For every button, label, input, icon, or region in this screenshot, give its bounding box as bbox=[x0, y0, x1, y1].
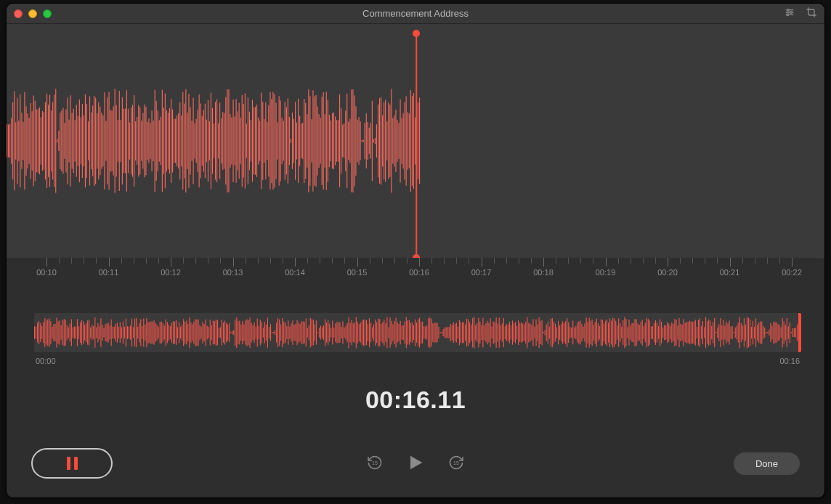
play-button[interactable] bbox=[405, 452, 426, 475]
svg-rect-235 bbox=[345, 111, 346, 171]
svg-rect-450 bbox=[276, 322, 277, 342]
svg-rect-680 bbox=[615, 321, 616, 344]
playhead-handle-top[interactable] bbox=[413, 30, 420, 37]
svg-rect-792 bbox=[781, 328, 782, 338]
pause-record-button[interactable] bbox=[31, 448, 113, 479]
svg-rect-195 bbox=[286, 107, 287, 174]
ruler-label: 00:22 bbox=[782, 268, 802, 277]
svg-rect-632 bbox=[545, 330, 546, 336]
ruler-label: 00:20 bbox=[657, 268, 678, 277]
waveform-overview[interactable] bbox=[34, 313, 801, 352]
svg-rect-684 bbox=[621, 327, 622, 338]
svg-rect-252 bbox=[370, 123, 371, 158]
svg-rect-693 bbox=[635, 319, 636, 346]
svg-rect-715 bbox=[667, 322, 668, 344]
svg-rect-122 bbox=[178, 113, 179, 168]
done-button[interactable]: Done bbox=[734, 452, 800, 475]
svg-rect-461 bbox=[292, 320, 293, 345]
skip-back-button[interactable]: 15 bbox=[366, 454, 384, 473]
svg-rect-736 bbox=[698, 320, 699, 346]
svg-rect-689 bbox=[628, 320, 629, 345]
svg-rect-34 bbox=[48, 105, 49, 177]
svg-rect-304 bbox=[61, 325, 62, 340]
svg-rect-339 bbox=[113, 327, 113, 338]
svg-rect-164 bbox=[240, 118, 241, 164]
timeline-ruler[interactable]: 00:1000:1100:1200:1300:1400:1500:1600:17… bbox=[7, 258, 824, 284]
svg-rect-363 bbox=[147, 322, 148, 344]
svg-rect-376 bbox=[167, 322, 168, 344]
svg-rect-182 bbox=[267, 122, 267, 160]
svg-rect-241 bbox=[354, 95, 354, 186]
svg-rect-768 bbox=[745, 325, 746, 341]
svg-rect-547 bbox=[419, 318, 420, 348]
svg-rect-180 bbox=[264, 119, 264, 163]
svg-rect-114 bbox=[166, 110, 167, 171]
svg-rect-151 bbox=[221, 118, 222, 163]
svg-rect-137 bbox=[200, 104, 201, 179]
svg-rect-91 bbox=[132, 105, 133, 176]
svg-rect-733 bbox=[694, 322, 694, 344]
svg-rect-575 bbox=[461, 322, 461, 344]
svg-rect-95 bbox=[138, 105, 139, 177]
svg-rect-244 bbox=[359, 117, 360, 165]
svg-rect-378 bbox=[170, 326, 171, 339]
svg-rect-613 bbox=[516, 326, 517, 339]
svg-rect-604 bbox=[503, 318, 504, 347]
svg-rect-427 bbox=[242, 321, 243, 344]
svg-rect-62 bbox=[89, 97, 90, 186]
svg-rect-333 bbox=[103, 328, 104, 338]
svg-rect-784 bbox=[769, 330, 769, 336]
svg-rect-374 bbox=[164, 326, 165, 340]
svg-rect-584 bbox=[474, 317, 474, 349]
svg-rect-700 bbox=[645, 323, 646, 342]
svg-rect-94 bbox=[137, 117, 137, 165]
svg-rect-437 bbox=[257, 319, 258, 347]
playhead[interactable] bbox=[416, 33, 417, 258]
svg-rect-313 bbox=[74, 327, 75, 339]
ruler-label: 00:11 bbox=[99, 268, 119, 277]
svg-rect-262 bbox=[385, 100, 386, 182]
svg-rect-581 bbox=[469, 322, 470, 344]
svg-rect-166 bbox=[243, 104, 244, 177]
waveform-main[interactable] bbox=[7, 24, 824, 258]
svg-rect-540 bbox=[409, 320, 410, 345]
svg-rect-297 bbox=[50, 321, 51, 344]
svg-rect-490 bbox=[335, 323, 336, 342]
svg-rect-102 bbox=[148, 118, 149, 163]
svg-rect-331 bbox=[100, 318, 101, 346]
svg-rect-53 bbox=[76, 105, 77, 176]
svg-rect-503 bbox=[354, 322, 355, 342]
svg-rect-698 bbox=[642, 320, 643, 345]
overview-playhead[interactable] bbox=[798, 313, 801, 352]
svg-rect-487 bbox=[331, 328, 331, 337]
svg-rect-785 bbox=[770, 323, 771, 342]
svg-rect-279 bbox=[410, 90, 411, 192]
svg-rect-385 bbox=[180, 327, 181, 338]
svg-rect-465 bbox=[299, 322, 299, 344]
svg-rect-478 bbox=[317, 332, 318, 333]
svg-rect-773 bbox=[753, 321, 753, 345]
svg-rect-533 bbox=[399, 324, 400, 341]
svg-rect-143 bbox=[209, 121, 210, 160]
svg-rect-431 bbox=[248, 320, 248, 346]
svg-rect-563 bbox=[443, 329, 444, 336]
svg-rect-213 bbox=[312, 90, 313, 191]
svg-rect-126 bbox=[184, 104, 185, 179]
svg-rect-429 bbox=[245, 320, 246, 344]
skip-forward-button[interactable]: 15 bbox=[447, 454, 465, 473]
svg-rect-362 bbox=[146, 318, 147, 347]
svg-rect-657 bbox=[581, 324, 582, 341]
svg-rect-797 bbox=[788, 326, 789, 338]
svg-rect-662 bbox=[589, 317, 590, 347]
svg-rect-121 bbox=[177, 115, 177, 166]
svg-rect-368 bbox=[155, 323, 156, 342]
svg-rect-257 bbox=[378, 105, 378, 177]
svg-rect-379 bbox=[171, 322, 172, 342]
svg-rect-571 bbox=[455, 324, 455, 341]
svg-rect-495 bbox=[342, 321, 343, 344]
svg-rect-403 bbox=[207, 326, 208, 340]
svg-rect-652 bbox=[574, 328, 575, 338]
svg-rect-271 bbox=[399, 123, 400, 159]
svg-rect-295 bbox=[47, 320, 48, 346]
svg-rect-572 bbox=[456, 322, 457, 342]
